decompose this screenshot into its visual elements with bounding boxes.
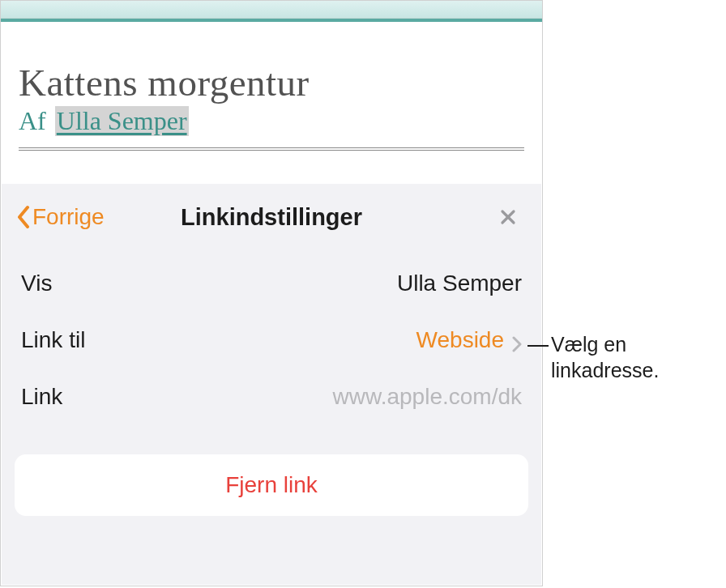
document-area: Kattens morgentur Af Ulla Semper — [1, 22, 542, 151]
link-url-placeholder: www.apple.com/dk — [333, 384, 522, 410]
display-text-value: Ulla Semper — [397, 271, 522, 296]
link-to-text: Webside — [416, 327, 504, 353]
close-button[interactable] — [494, 203, 522, 231]
close-icon — [500, 209, 516, 225]
row-label: Vis — [21, 271, 52, 296]
document-subtitle[interactable]: Af Ulla Semper — [19, 106, 524, 136]
popover-header: Forrige Linkindstillinger — [2, 184, 541, 249]
toolbar-strip — [1, 1, 542, 19]
back-button[interactable]: Forrige — [16, 204, 105, 230]
divider — [19, 147, 524, 151]
callout-text: Vælg en linkadresse. — [551, 331, 726, 383]
subtitle-prefix: Af — [19, 106, 46, 136]
link-to-row[interactable]: Link til Webside — [21, 312, 522, 369]
hyperlink-text[interactable]: Ulla Semper — [55, 106, 189, 136]
callout-leader-line — [527, 345, 549, 347]
row-label: Link til — [21, 327, 85, 353]
settings-list: Vis Ulla Semper Link til Webside Link ww… — [2, 249, 541, 425]
chevron-right-icon — [512, 332, 522, 348]
back-label: Forrige — [32, 204, 105, 230]
display-text-row[interactable]: Vis Ulla Semper — [21, 255, 522, 312]
remove-button-wrapper: Fjern link — [2, 425, 541, 516]
link-to-value: Webside — [416, 327, 522, 353]
app-window: Kattens morgentur Af Ulla Semper Forrige… — [0, 0, 543, 586]
document-title[interactable]: Kattens morgentur — [19, 61, 524, 104]
row-label: Link — [21, 384, 62, 410]
remove-link-button[interactable]: Fjern link — [15, 454, 528, 516]
chevron-left-icon — [16, 205, 31, 229]
link-settings-popover: Forrige Linkindstillinger Vis Ulla Sempe… — [2, 184, 541, 585]
link-url-row[interactable]: Link www.apple.com/dk — [21, 369, 522, 425]
